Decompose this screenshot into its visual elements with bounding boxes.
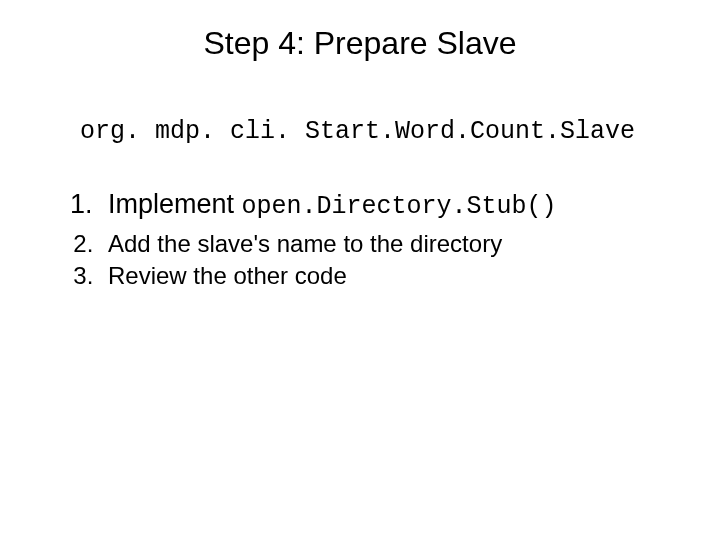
- list-item: Review the other code: [100, 260, 680, 292]
- steps-list: Implement open.Directory.Stub() Add the …: [40, 186, 680, 293]
- item-text: Add the slave's name to the directory: [108, 230, 502, 257]
- class-name: org. mdp. cli. Start.Word.Count.Slave: [80, 117, 680, 146]
- item-text: Implement: [108, 189, 242, 219]
- list-item: Add the slave's name to the directory: [100, 228, 680, 260]
- slide-title: Step 4: Prepare Slave: [40, 25, 680, 62]
- item-text: Review the other code: [108, 262, 347, 289]
- code-inline: open.Directory.Stub(): [242, 192, 557, 221]
- list-item: Implement open.Directory.Stub(): [100, 186, 680, 224]
